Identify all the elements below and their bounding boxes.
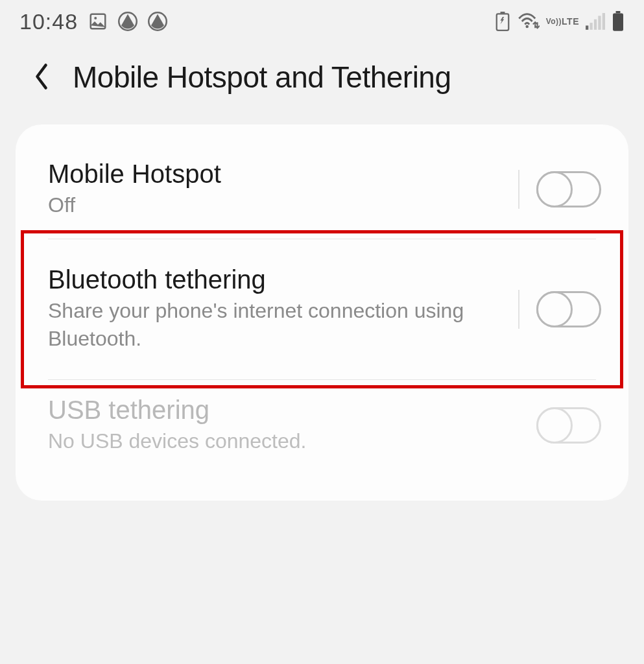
toggle-wrap (536, 407, 601, 444)
svg-rect-11 (602, 13, 605, 30)
vertical-separator (518, 170, 519, 209)
row-title: USB tethering (48, 396, 523, 425)
toggle-wrap (518, 170, 601, 209)
row-usb-tethering: USB tethering No USB devices connected. (16, 380, 628, 475)
row-body: Mobile Hotspot Off (48, 160, 518, 219)
mobile-hotspot-toggle[interactable] (536, 171, 601, 208)
row-title: Mobile Hotspot (48, 160, 505, 189)
row-body: USB tethering No USB devices connected. (48, 396, 536, 455)
status-left: 10:48 (19, 9, 167, 34)
image-icon (88, 12, 108, 31)
battery-icon (612, 11, 625, 32)
recycle-battery-icon (494, 12, 511, 31)
svg-point-6 (525, 25, 529, 29)
back-button[interactable] (26, 62, 57, 93)
svg-rect-8 (590, 23, 592, 30)
app-badge-icon (118, 12, 137, 31)
svg-rect-9 (594, 19, 597, 30)
status-bar: 10:48 (0, 0, 644, 39)
app-badge-icon (148, 12, 167, 31)
toggle-knob (536, 407, 573, 444)
page-header: Mobile Hotspot and Tethering (0, 39, 644, 124)
row-bluetooth-tethering[interactable]: Bluetooth tethering Share your phone's i… (16, 239, 628, 379)
svg-rect-7 (586, 25, 588, 29)
settings-card: Mobile Hotspot Off Bluetooth tethering S… (16, 124, 628, 501)
svg-rect-13 (613, 13, 623, 30)
page-title: Mobile Hotspot and Tethering (73, 60, 451, 95)
row-subtitle: Share your phone's internet connection u… (48, 297, 505, 353)
status-clock: 10:48 (19, 9, 78, 34)
row-mobile-hotspot[interactable]: Mobile Hotspot Off (16, 144, 628, 239)
row-subtitle: No USB devices connected. (48, 427, 523, 455)
svg-rect-4 (496, 14, 508, 30)
svg-point-1 (94, 17, 97, 19)
toggle-knob (536, 171, 573, 208)
signal-icon (586, 13, 605, 30)
vertical-separator (518, 290, 519, 329)
usb-tethering-toggle (536, 407, 601, 444)
volte-icon: Vo)) LTE (546, 17, 579, 26)
wifi-icon (518, 12, 540, 30)
status-right: Vo)) LTE (494, 11, 625, 32)
bluetooth-tethering-toggle[interactable] (536, 291, 601, 327)
row-subtitle: Off (48, 191, 505, 219)
svg-rect-12 (616, 11, 621, 13)
row-title: Bluetooth tethering (48, 265, 505, 294)
row-body: Bluetooth tethering Share your phone's i… (48, 265, 518, 353)
svg-rect-10 (598, 16, 601, 29)
chevron-left-icon (32, 62, 51, 93)
toggle-wrap (518, 290, 601, 329)
toggle-knob (536, 291, 573, 327)
svg-rect-5 (500, 12, 505, 14)
